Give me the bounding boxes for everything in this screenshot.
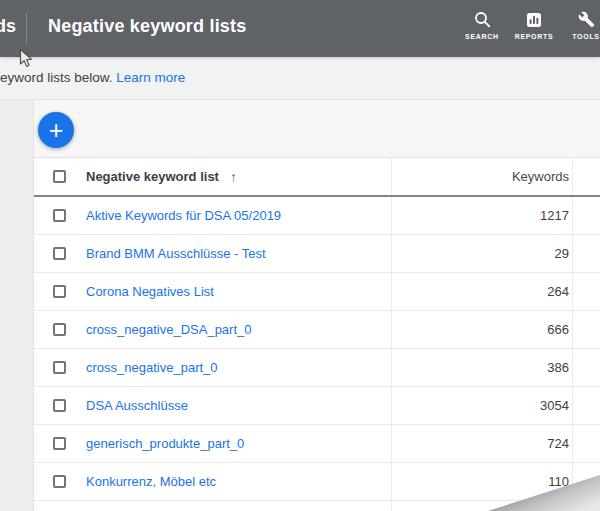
keywords-count: 264 <box>547 284 569 299</box>
list-name-link[interactable]: Brand BMM Ausschlüsse - Test <box>86 246 266 261</box>
row-checkbox[interactable] <box>53 437 66 450</box>
keywords-count: 666 <box>547 322 569 337</box>
list-name-link[interactable]: cross_negative_DSA_part_0 <box>86 322 252 337</box>
search-label: SEARCH <box>465 33 499 40</box>
brand-text-partial: ds <box>0 16 16 37</box>
sub-header: eyword lists below. Learn more <box>0 57 600 100</box>
row-checkbox[interactable] <box>53 247 66 260</box>
row-checkbox[interactable] <box>53 475 66 488</box>
row-checkbox[interactable] <box>53 399 66 412</box>
tools-label: TOOLS <box>572 33 599 40</box>
keywords-count: 724 <box>547 436 569 451</box>
row-checkbox[interactable] <box>53 361 66 374</box>
reports-label: REPORTS <box>515 33 554 40</box>
row-checkbox[interactable] <box>53 285 66 298</box>
search-icon <box>474 11 491 28</box>
keywords-count: 29 <box>555 246 569 261</box>
app-bar: ds Negative keyword lists SEARCH REPORTS <box>0 0 600 57</box>
table-row: DSA Ausschlüsse 3054 <box>34 387 600 425</box>
appbar-actions: SEARCH REPORTS TOOLS <box>458 11 600 51</box>
column-header-name[interactable]: Negative keyword list <box>86 169 219 184</box>
table-row: Aktive Keywords für DSA 05/2019 1217 <box>34 197 600 235</box>
negative-keyword-lists-screen: ds Negative keyword lists SEARCH REPORTS <box>0 0 600 511</box>
keywords-count: 386 <box>547 360 569 375</box>
description-text-partial: eyword lists below. Learn more <box>0 70 185 85</box>
select-all-checkbox[interactable] <box>53 170 66 183</box>
add-list-button[interactable]: + <box>38 112 74 148</box>
table-row: Corona Negatives List 264 <box>34 273 600 311</box>
table-row: generisch_produkte_part_0 724 <box>34 425 600 463</box>
table-row: cross_negative_part_0 386 <box>34 349 600 387</box>
list-name-link[interactable]: DSA Ausschlüsse <box>86 398 188 413</box>
table-row: cross_negative_DSA_part_0 666 <box>34 311 600 349</box>
learn-more-link[interactable]: Learn more <box>116 70 185 85</box>
list-name-link[interactable]: Konkurrenz, Möbel etc <box>86 474 216 489</box>
list-name-link[interactable]: cross_negative_part_0 <box>86 360 218 375</box>
table-row: Brand BMM Ausschlüsse - Test 29 <box>34 235 600 273</box>
keywords-count: 1217 <box>540 208 569 223</box>
column-header-keywords[interactable]: Keywords <box>512 169 569 184</box>
page-title: Negative keyword lists <box>48 16 246 37</box>
appbar-divider <box>26 13 27 44</box>
tools-icon <box>578 11 595 28</box>
keywords-count: 3054 <box>540 398 569 413</box>
content-card: + Negative keyword list ↑ Keywords Aktiv… <box>33 100 600 511</box>
table-body: Aktive Keywords für DSA 05/2019 1217 Bra… <box>34 197 600 511</box>
row-checkbox[interactable] <box>53 323 66 336</box>
search-button[interactable]: SEARCH <box>458 11 506 51</box>
row-checkbox[interactable] <box>53 209 66 222</box>
table-header-row: Negative keyword list ↑ Keywords <box>34 158 600 195</box>
reports-icon <box>526 11 542 28</box>
sort-ascending-icon[interactable]: ↑ <box>230 169 237 185</box>
tools-button[interactable]: TOOLS <box>562 11 600 51</box>
list-name-link[interactable]: Aktive Keywords für DSA 05/2019 <box>86 208 281 223</box>
reports-button[interactable]: REPORTS <box>510 11 558 51</box>
table-row: Konkurrenz, Möbel etc 110 <box>34 463 600 501</box>
negative-keyword-lists-table: Negative keyword list ↑ Keywords Aktive … <box>34 157 600 511</box>
table-header-border <box>34 195 600 197</box>
description-text: eyword lists below. <box>0 70 113 85</box>
list-name-link[interactable]: generisch_produkte_part_0 <box>86 436 244 451</box>
list-name-link[interactable]: Corona Negatives List <box>86 284 214 299</box>
